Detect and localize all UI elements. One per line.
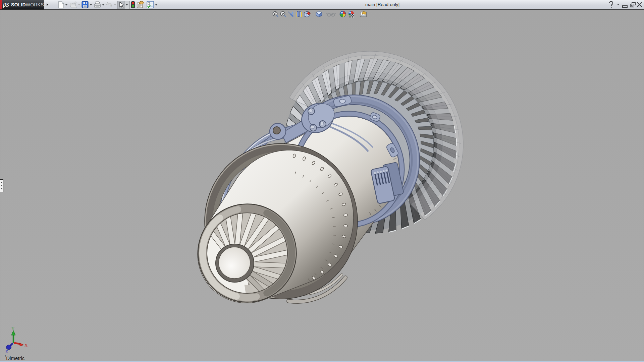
svg-text:Y: Y	[11, 326, 15, 331]
svg-text:X: X	[24, 343, 28, 348]
svg-text:Z: Z	[5, 349, 8, 354]
svg-text:βS: βS	[3, 2, 9, 8]
svg-text:SOLIDWORKS: SOLIDWORKS	[11, 2, 44, 7]
